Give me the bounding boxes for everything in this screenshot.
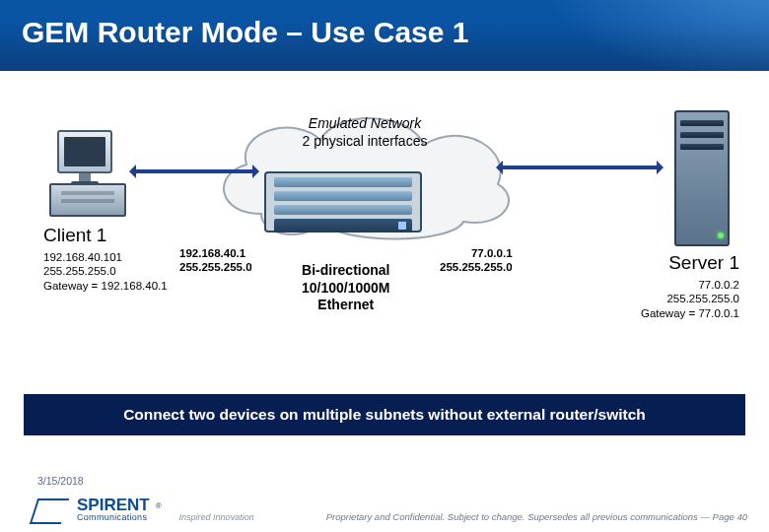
client-info: 192.168.40.101 255.255.255.0 Gateway = 1… <box>43 250 162 293</box>
slide: GEM Router Mode – Use Case 1 Emulated Ne… <box>0 0 769 532</box>
caption-text: Connect two devices on multiple subnets … <box>123 406 646 423</box>
link-line1: Bi-directional <box>302 262 389 278</box>
registered-icon: ® <box>156 501 162 510</box>
page-number: Page 40 <box>713 511 747 522</box>
server-label: Server 1 <box>621 252 739 274</box>
if-left-ip: 192.168.40.1 <box>179 247 245 259</box>
brand-mark-icon <box>30 493 69 526</box>
client-label: Client 1 <box>43 225 162 246</box>
if-right-ip: 77.0.0.1 <box>471 247 513 259</box>
cloud-label-line1: Emulated Network <box>309 115 421 131</box>
server-rack-icon <box>674 110 730 246</box>
link-line2: 10/100/1000M <box>302 280 390 296</box>
brand-tagline: Inspired Innovation <box>179 512 254 522</box>
client-mask: 255.255.255.0 <box>43 265 116 277</box>
footer-legal: Proprietary and Confidential. Subject to… <box>326 511 747 522</box>
legal-text: Proprietary and Confidential. Subject to… <box>326 511 713 522</box>
brand-logo: SPIRENT Communications ® Inspired Innova… <box>30 493 254 526</box>
desktop-icon <box>49 130 132 219</box>
server-ip: 77.0.0.2 <box>698 279 739 291</box>
emulator-device-icon <box>264 171 422 233</box>
interface-right: 77.0.0.1 255.255.255.0 <box>440 246 513 275</box>
client-gateway: Gateway = 192.168.40.1 <box>43 280 168 292</box>
diagram-stage: Emulated Network 2 physical interfaces C… <box>0 71 769 433</box>
link-line3: Ethernet <box>317 297 374 312</box>
cloud-label-line2: 2 physical interfaces <box>303 133 428 149</box>
brand-sub: Communications <box>77 513 150 522</box>
server-info: 77.0.0.2 255.255.255.0 Gateway = 77.0.0.… <box>621 278 739 320</box>
cloud-label: Emulated Network 2 physical interfaces <box>207 115 523 150</box>
server-mask: 255.255.255.0 <box>666 293 739 304</box>
title-banner: GEM Router Mode – Use Case 1 <box>0 0 769 71</box>
slide-title: GEM Router Mode – Use Case 1 <box>0 0 769 65</box>
server-node: Server 1 77.0.0.2 255.255.255.0 Gateway … <box>621 110 739 320</box>
interface-left: 192.168.40.1 255.255.255.0 <box>179 246 252 275</box>
if-left-mask: 255.255.255.0 <box>179 261 252 273</box>
footer: 3/15/2018 SPIRENT Communications ® Inspi… <box>0 469 769 532</box>
brand-name: SPIRENT <box>77 497 150 513</box>
if-right-mask: 255.255.255.0 <box>440 261 513 273</box>
client-node: Client 1 192.168.40.101 255.255.255.0 Ga… <box>43 130 162 293</box>
client-ip: 192.168.40.101 <box>43 251 122 263</box>
link-description: Bi-directional 10/100/1000M Ethernet <box>302 262 390 314</box>
server-gateway: Gateway = 77.0.0.1 <box>641 307 739 319</box>
caption-bar: Connect two devices on multiple subnets … <box>24 394 745 435</box>
footer-date: 3/15/2018 <box>37 475 84 487</box>
